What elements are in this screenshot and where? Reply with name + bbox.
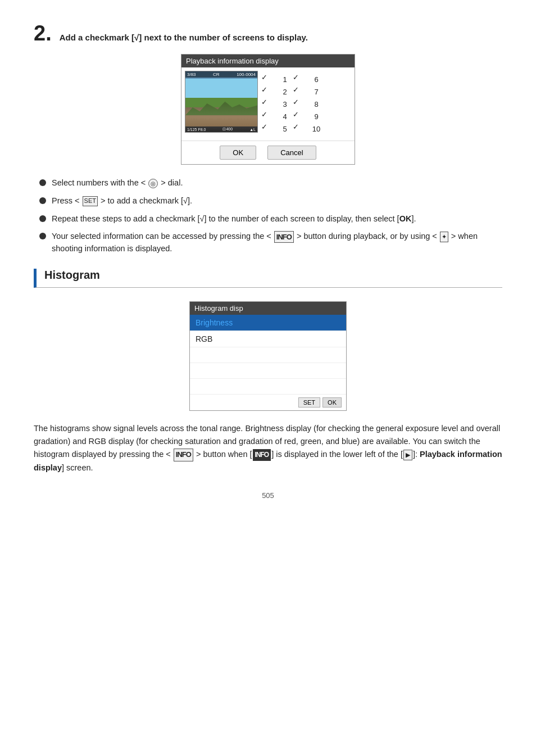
check-10: ✓	[293, 123, 308, 135]
bullet-dot-3	[39, 215, 46, 222]
number-grid: ✓ 1 ✓ 6 ✓ 2 ✓ 7 ✓ 3 ✓ 8 ✓ 4 ✓ 9 ✓ 5 ✓ 10	[261, 71, 324, 137]
camera-frame-count: 3/83	[187, 72, 196, 77]
camera-top-bar: 3/83 CR 100-0004	[185, 71, 257, 78]
check-4: ✓	[261, 110, 277, 123]
hist-title-bar: Histogram disp	[190, 302, 346, 315]
play-icon-body: ▶	[403, 450, 412, 461]
check-7: ✓	[293, 85, 308, 98]
bullet-item-3: Repeat these steps to add a checkmark [√…	[39, 213, 502, 225]
bullet-text-4: Your selected information can be accesse…	[52, 230, 502, 255]
bullet-text-2: Press < SET > to add a checkmark [√].	[52, 195, 192, 207]
dialog-buttons: OK Cancel	[181, 141, 355, 164]
histogram-brightness-row[interactable]: Brightness	[190, 315, 346, 331]
shutter-speed: 1/125 F8.0	[187, 128, 206, 132]
info-icon-bullet: INFO	[274, 231, 294, 243]
bullet-item-2: Press < SET > to add a checkmark [√].	[39, 195, 502, 207]
rgb-label: RGB	[196, 334, 212, 343]
bullet-text-1: Select numbers with the < ◎ > dial.	[52, 177, 183, 189]
histogram-body-text: The histograms show signal levels across…	[34, 422, 502, 474]
histogram-section: Histogram	[34, 269, 502, 288]
camera-mode: CR	[213, 72, 220, 77]
num-9: 9	[308, 110, 324, 123]
check-5: ✓	[261, 123, 277, 135]
dial-icon: ◎	[148, 179, 158, 188]
hist-set-button[interactable]: SET	[298, 397, 320, 408]
check-3: ✓	[261, 98, 277, 110]
check-6: ✓	[293, 73, 308, 85]
num-4: 4	[277, 110, 293, 123]
check-1: ✓	[261, 73, 277, 85]
num-7: 7	[308, 85, 324, 98]
hist-bottom-bar: SET OK	[190, 395, 346, 410]
bullet-text-3: Repeat these steps to add a checkmark [√…	[52, 213, 416, 225]
set-icon: SET	[83, 196, 98, 206]
histogram-rgb-row[interactable]: RGB	[190, 331, 346, 347]
histogram-title: Histogram	[44, 265, 100, 284]
histogram-dialog: Histogram disp Brightness RGB SET OK	[189, 301, 347, 411]
camera-file: 100-0004	[237, 72, 256, 77]
cross-key-icon: ✦	[440, 232, 448, 242]
playback-dialog: Playback information display 3/83 CR 100…	[181, 54, 355, 165]
step-number: 2.	[34, 22, 52, 44]
page-number: 505	[34, 491, 502, 500]
num-3: 3	[277, 98, 293, 110]
num-10: 10	[308, 123, 324, 135]
ok-button[interactable]: OK	[220, 146, 256, 160]
num-5: 5	[277, 123, 293, 135]
bullet-dot-1	[39, 179, 46, 186]
dialog-title-bar: Playback information display	[181, 55, 355, 67]
iso: ⊡400	[222, 127, 233, 132]
histogram-empty-1	[190, 347, 346, 363]
cancel-button[interactable]: Cancel	[267, 146, 316, 160]
num-6: 6	[308, 73, 324, 85]
dialog-content: 3/83 CR 100-0004 1/125 F8.0 ⊡400 ▲L ✓ 1 …	[181, 67, 355, 141]
step-header: 2. Add a checkmark [√] next to the numbe…	[34, 22, 502, 44]
histogram-dialog-container: Histogram disp Brightness RGB SET OK	[34, 301, 502, 411]
num-8: 8	[308, 98, 324, 110]
bullet-dot-4	[39, 233, 46, 239]
num-1: 1	[277, 73, 293, 85]
info-icon-body: INFO	[174, 449, 193, 461]
hist-ok-button[interactable]: OK	[322, 397, 342, 408]
bullet-item-4: Your selected information can be accesse…	[39, 230, 502, 255]
camera-preview: 3/83 CR 100-0004 1/125 F8.0 ⊡400 ▲L	[185, 71, 258, 133]
brightness-label: Brightness	[196, 318, 233, 327]
num-2: 2	[277, 85, 293, 98]
camera-bottom-bar: 1/125 F8.0 ⊡400 ▲L	[185, 126, 257, 132]
check-9: ✓	[293, 110, 308, 123]
bullet-item-1: Select numbers with the < ◎ > dial.	[39, 177, 502, 189]
quality: ▲L	[249, 128, 256, 132]
check-2: ✓	[261, 85, 277, 98]
info-icon-filled-body: INFO	[253, 449, 271, 461]
mountains-decoration	[185, 96, 257, 115]
histogram-empty-3	[190, 379, 346, 395]
histogram-empty-2	[190, 363, 346, 379]
check-8: ✓	[293, 98, 308, 110]
playback-dialog-container: Playback information display 3/83 CR 100…	[34, 54, 502, 165]
landscape-image	[185, 79, 257, 126]
step-title: Add a checkmark [√] next to the number o…	[60, 33, 308, 42]
bullet-dot-2	[39, 197, 46, 204]
bullet-list: Select numbers with the < ◎ > dial. Pres…	[34, 177, 502, 255]
